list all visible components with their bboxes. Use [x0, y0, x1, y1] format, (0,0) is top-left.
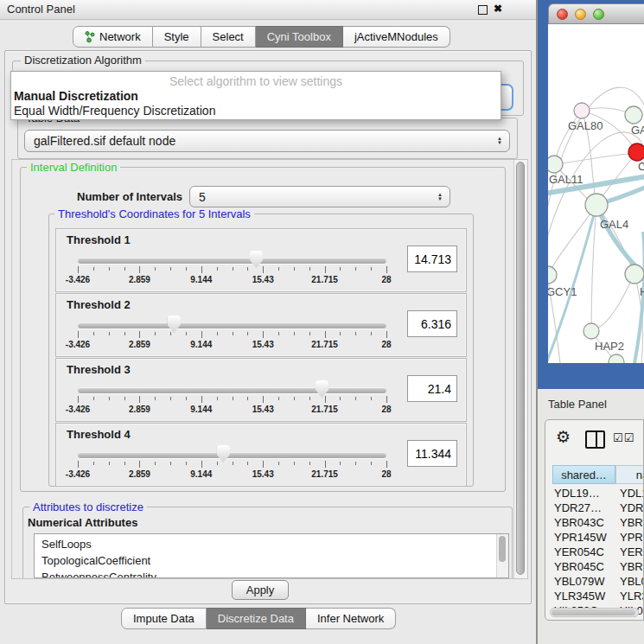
cell-shared-name[interactable]: YER054C: [554, 545, 616, 559]
checkbox-icons[interactable]: ☑☑: [613, 431, 634, 444]
gal11-node[interactable]: [548, 156, 563, 173]
gear-icon[interactable]: ⚙: [556, 427, 571, 447]
cell-name[interactable]: YDL1: [620, 486, 644, 501]
cell-name[interactable]: YLR3: [620, 589, 644, 603]
threshold-label: Threshold 1: [67, 233, 131, 246]
control-panel-titlebar: Control Panel ✖: [0, 0, 536, 20]
tab-select[interactable]: Select: [201, 26, 256, 48]
bottom-tab-bar: Impute DataDiscretize DataInfer Network: [121, 608, 396, 629]
cell-shared-name[interactable]: YBR045C: [554, 559, 616, 574]
attribute-item-topologicalcoefficient[interactable]: TopologicalCoefficient: [41, 552, 508, 569]
slider-track[interactable]: [78, 387, 386, 393]
mac-minimize-icon[interactable]: [575, 9, 586, 20]
threshold-value-field[interactable]: [407, 310, 457, 337]
gcy1-node[interactable]: [548, 266, 557, 284]
split-table-icon[interactable]: [585, 430, 605, 449]
slider-thumb[interactable]: [250, 251, 263, 268]
gal80-node[interactable]: [574, 103, 590, 118]
popup-item-manual-discretization[interactable]: Manual Discretization: [14, 89, 138, 103]
threshold-value-field[interactable]: [407, 440, 457, 467]
threshold-value-field[interactable]: [407, 245, 457, 272]
table-row[interactable]: YDL19…YDL1: [545, 486, 643, 501]
column-header-name[interactable]: na: [615, 465, 644, 484]
red-node[interactable]: [628, 143, 644, 161]
attribute-item-betweennesscentrality[interactable]: BetweennessCentrality: [41, 569, 508, 578]
table-row[interactable]: YPR145WYPR1: [545, 530, 643, 545]
top-tab-bar: NetworkStyleSelectCyni ToolboxjActiveMNo…: [73, 26, 450, 48]
attribute-item-selfloops[interactable]: SelfLoops: [41, 536, 508, 552]
table-row[interactable]: YLR345WYLR3: [545, 589, 643, 603]
top-right-node[interactable]: [625, 106, 642, 124]
slider-track[interactable]: [78, 322, 386, 328]
tab-label: Infer Network: [317, 608, 384, 629]
slider-thumb[interactable]: [316, 380, 328, 398]
number-of-intervals-combo[interactable]: 5 ▲▼: [189, 186, 450, 207]
list-vertical-scrollbar[interactable]: [496, 534, 508, 577]
cell-shared-name[interactable]: YDL19…: [554, 486, 616, 501]
table-data-combo[interactable]: galFiltered.sif default node ▲▼: [24, 130, 510, 152]
table-row[interactable]: YDR27…YDR2: [545, 501, 643, 515]
tab-label: Discretize Data: [218, 608, 294, 629]
scrollbar-thumb[interactable]: [552, 609, 635, 615]
cell-shared-name[interactable]: YBL079W: [554, 574, 616, 589]
cell-name[interactable]: YDR2: [620, 501, 644, 515]
numerical-attributes-list: SelfLoopsTopologicalCoefficientBetweenne…: [34, 533, 509, 578]
tab-jactivemnodules[interactable]: jActiveMNodules: [343, 26, 450, 48]
horizontal-scrollbar[interactable]: [550, 608, 639, 617]
network-canvas[interactable]: GAL80GACGAL11GAL4GCY1HHAP2: [548, 24, 644, 363]
cell-name[interactable]: YPR1: [620, 530, 644, 545]
float-window-icon[interactable]: [478, 5, 488, 15]
threshold-panel-2: Threshold 2-3.4262.8599.14415.4321.71528: [55, 293, 467, 357]
network-graph: GAL80GACGAL11GAL4GCY1HHAP2: [548, 24, 644, 363]
cell-name[interactable]: YBL0: [620, 574, 644, 589]
threshold-slider[interactable]: -3.4262.8599.14415.4321.71528: [78, 246, 386, 288]
slider-thumb[interactable]: [168, 316, 181, 333]
table-row[interactable]: YER054CYER0: [545, 545, 643, 559]
threshold-panel-3: Threshold 3-3.4262.8599.14415.4321.71528: [55, 358, 467, 422]
tab-impute-data[interactable]: Impute Data: [121, 608, 207, 629]
table-row[interactable]: YBL079WYBL0: [545, 574, 643, 589]
slider-track[interactable]: [78, 258, 386, 264]
column-header-shared-name[interactable]: shared…: [552, 465, 615, 484]
popup-item-equal-width-frequency[interactable]: Equal Width/Frequency Discretization: [14, 104, 215, 118]
slider-thumb[interactable]: [217, 445, 230, 462]
apply-button[interactable]: Apply: [232, 580, 289, 600]
hap2-node[interactable]: [583, 323, 599, 339]
numerical-attributes-label: Numerical Attributes: [28, 516, 137, 529]
cell-shared-name[interactable]: YDR27…: [554, 501, 616, 515]
mac-close-icon[interactable]: [557, 9, 568, 20]
hap2-node-label: HAP2: [595, 340, 624, 353]
table-row[interactable]: YBR043CYBR0: [545, 515, 643, 530]
scrollbar-thumb[interactable]: [499, 536, 506, 562]
gcy1-node-label: GCY1: [548, 285, 577, 298]
close-icon[interactable]: ✖: [494, 3, 502, 15]
threshold-slider[interactable]: -3.4262.8599.14415.4321.71528: [78, 441, 386, 482]
combo-spinner-icon: ▲▼: [437, 193, 443, 201]
h-node[interactable]: [625, 265, 644, 284]
cell-name[interactable]: YBR0: [620, 559, 644, 574]
threshold-slider[interactable]: -3.4262.8599.14415.4321.71528: [78, 376, 386, 418]
scrollbar-thumb[interactable]: [516, 162, 525, 575]
gal4-node[interactable]: [585, 194, 608, 216]
threshold-slider[interactable]: -3.4262.8599.14415.4321.71528: [78, 311, 386, 353]
network-window-titlebar[interactable]: [548, 3, 644, 24]
threshold-value-field[interactable]: [407, 375, 457, 402]
tab-network[interactable]: Network: [73, 26, 153, 48]
cell-name[interactable]: YBR0: [620, 515, 644, 530]
slider-ticks: [78, 461, 386, 469]
tab-cyni-toolbox[interactable]: Cyni Toolbox: [256, 26, 343, 48]
top-right-node-label: GA: [631, 124, 644, 137]
vertical-scrollbar[interactable]: [513, 160, 527, 578]
slider-ticks: [78, 266, 386, 274]
mac-zoom-icon[interactable]: [593, 9, 604, 20]
tab-style[interactable]: Style: [153, 26, 201, 48]
cell-shared-name[interactable]: YBR043C: [554, 515, 616, 530]
slider-track[interactable]: [78, 452, 386, 458]
table-row[interactable]: YBR045CYBR0: [545, 559, 643, 574]
cell-name[interactable]: YER0: [620, 545, 644, 559]
tab-discretize-data[interactable]: Discretize Data: [207, 608, 306, 629]
cell-shared-name[interactable]: YLR345W: [554, 589, 616, 603]
gal11-node-label: GAL11: [549, 173, 583, 186]
tab-infer-network[interactable]: Infer Network: [306, 608, 396, 629]
cell-shared-name[interactable]: YPR145W: [554, 530, 616, 545]
